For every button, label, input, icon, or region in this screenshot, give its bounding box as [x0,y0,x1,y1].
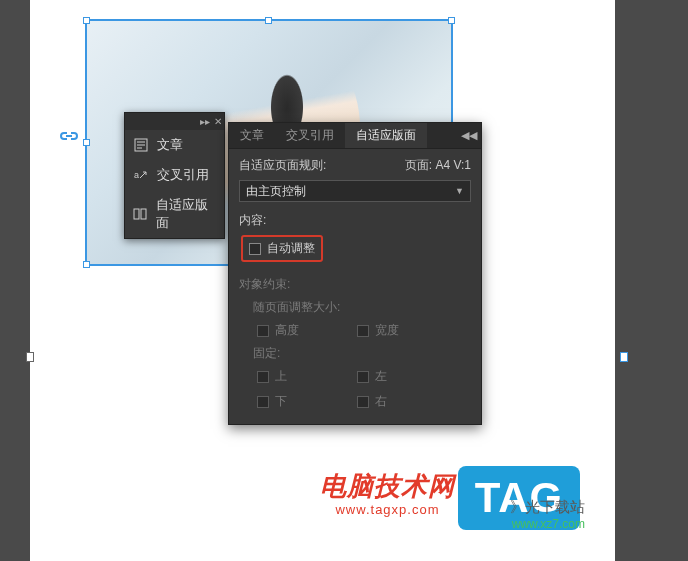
tab-liquid-layout[interactable]: 自适应版面 [345,123,427,148]
flyout-panel: ▸▸ ✕ 文章 a 交叉引用 自适应版面 [124,112,225,239]
page-guide-handle-left[interactable] [26,352,34,362]
dropdown-value: 由主页控制 [246,183,306,200]
flyout-header: ▸▸ ✕ [125,113,224,130]
liquid-layout-icon [133,206,148,222]
checkbox-bottom[interactable]: 下 [257,393,357,410]
checkbox-box [357,396,369,408]
tab-crossref[interactable]: 交叉引用 [275,123,345,148]
checkbox-label: 左 [375,368,387,385]
flyout-item-label: 自适应版面 [156,196,216,232]
resize-with-page-label: 随页面调整大小: [253,299,471,316]
flyout-item-liquid-layout[interactable]: 自适应版面 [125,190,224,238]
svg-text:a: a [134,170,139,180]
panel-body: 自适应页面规则: 页面: A4 V:1 由主页控制 ▼ 内容: 自动调整 对象约… [229,149,481,424]
chevron-down-icon: ▼ [455,186,464,196]
watermark-site1: 电脑技术网 www.tagxp.com [320,472,455,517]
crossref-icon: a [133,167,149,183]
page-info: 页面: A4 V:1 [405,157,471,174]
checkbox-right[interactable]: 右 [357,393,457,410]
collapse-chevron-icon[interactable]: ◀◀ [457,129,481,142]
checkbox-label: 下 [275,393,287,410]
resize-handle-middle-left[interactable] [83,139,90,146]
checkbox-height[interactable]: 高度 [257,322,357,339]
liquid-layout-panel: 文章 交叉引用 自适应版面 ◀◀ 自适应页面规则: 页面: A4 V:1 由主页… [228,122,482,425]
page-guide-handle-right[interactable] [620,352,628,362]
checkbox-top[interactable]: 上 [257,368,357,385]
resize-handle-top-right[interactable] [448,17,455,24]
flyout-item-crossref[interactable]: a 交叉引用 [125,160,224,190]
svg-rect-6 [141,209,146,219]
resize-handle-bottom-left[interactable] [83,261,90,268]
checkbox-box [249,243,261,255]
checkbox-label: 自动调整 [267,240,315,257]
constraints-section-label: 对象约束: [239,276,471,293]
checkbox-auto-adjust[interactable]: 自动调整 [249,240,315,257]
checkbox-box [357,371,369,383]
expand-icon[interactable]: ▸▸ [200,116,210,127]
chain-link-icon [60,130,78,142]
checkbox-box [357,325,369,337]
flyout-item-label: 文章 [157,136,183,154]
checkbox-label: 上 [275,368,287,385]
close-icon[interactable]: ✕ [214,116,222,127]
checkbox-label: 宽度 [375,322,399,339]
checkbox-box [257,325,269,337]
content-section-label: 内容: [239,212,471,229]
svg-rect-5 [134,209,139,219]
panel-tabbar: 文章 交叉引用 自适应版面 ◀◀ [229,123,481,149]
tab-article[interactable]: 文章 [229,123,275,148]
checkbox-label: 右 [375,393,387,410]
flyout-item-label: 交叉引用 [157,166,209,184]
checkbox-left[interactable]: 左 [357,368,457,385]
fixed-label: 固定: [253,345,471,362]
highlight-annotation: 自动调整 [241,235,323,262]
resize-handle-top-left[interactable] [83,17,90,24]
flyout-item-article[interactable]: 文章 [125,130,224,160]
checkbox-box [257,371,269,383]
watermark-site2: 》光下载站 www.xz7.com [510,498,585,531]
article-icon [133,137,149,153]
resize-handle-top-middle[interactable] [265,17,272,24]
checkbox-width[interactable]: 宽度 [357,322,457,339]
checkbox-box [257,396,269,408]
rule-dropdown[interactable]: 由主页控制 ▼ [239,180,471,202]
checkbox-label: 高度 [275,322,299,339]
rule-label: 自适应页面规则: [239,157,326,174]
